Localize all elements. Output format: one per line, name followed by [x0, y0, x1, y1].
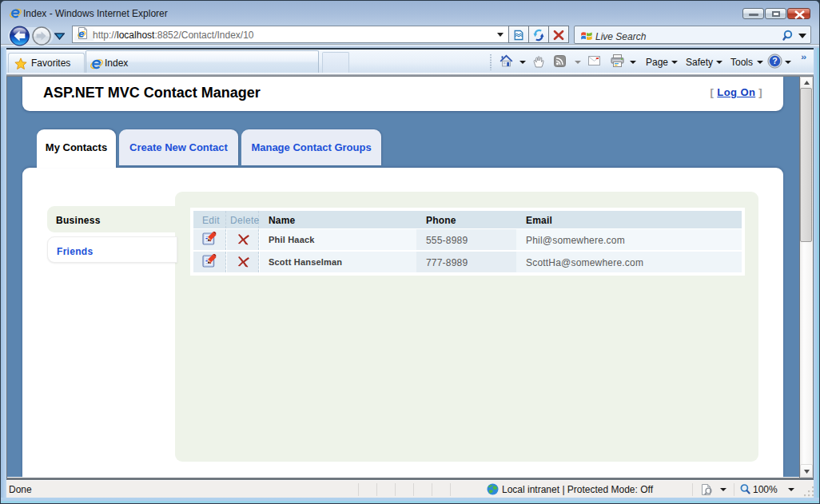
svg-text:?: ? [772, 56, 777, 65]
